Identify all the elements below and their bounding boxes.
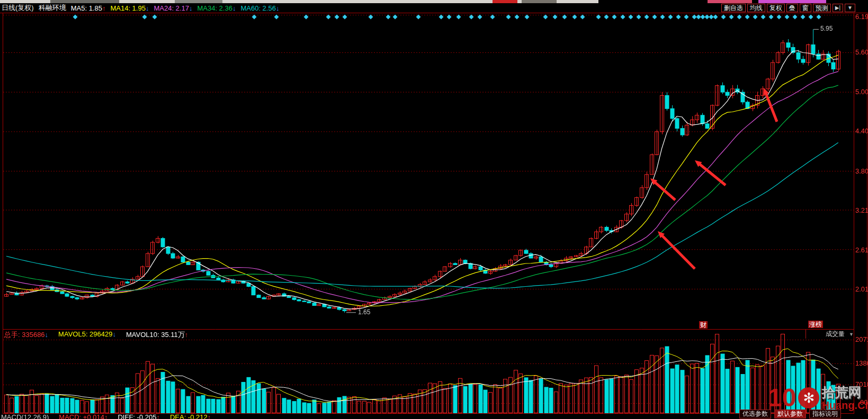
trend-arrow-glyph: ↓ — [189, 4, 193, 12]
trend-arrow-glyph: ↑ — [104, 413, 108, 419]
toolbar-button-删自选[interactable]: 删自选 — [721, 4, 746, 12]
cai-badge[interactable]: 财 — [699, 321, 708, 329]
stock-name[interactable]: 科融环境 — [39, 3, 66, 13]
trend-arrow-glyph: ↑ — [208, 413, 211, 419]
param-button[interactable]: 默认参数 — [774, 409, 806, 418]
gear-icon: ✻ — [798, 387, 819, 408]
price-axis-label: 5.60 — [855, 49, 868, 56]
ma-label: MA14: 1.95↓ — [110, 4, 149, 12]
volume-header-values: 总手: 335686↓MAVOL5: 296429↓MAVOL10: 35.11… — [4, 330, 193, 340]
next-period-icon[interactable]: ▶| — [833, 4, 843, 12]
price-axis-label: 3.21 — [855, 207, 868, 214]
parameter-buttons: 优选参数默认参数指标说明 — [739, 409, 841, 418]
param-button[interactable]: 优选参数 — [739, 409, 771, 418]
toolbar-button-叠[interactable]: 叠 — [786, 4, 798, 12]
volume-axis-label: 1386 — [855, 360, 868, 367]
price-axis-label: 3.80 — [855, 168, 868, 175]
period-label: 日线(复权) — [2, 3, 34, 13]
chevron-down-icon[interactable]: ▼ — [845, 4, 855, 12]
price-axis-label: 2.61 — [855, 247, 868, 253]
watermark-number: 10 — [768, 385, 796, 411]
watermark-domain: Huang.CN — [821, 400, 868, 411]
macd-value-label: DIFF: -0.205↑ — [118, 413, 159, 419]
ma-value-labels: MA5: 1.85↑MA14: 1.95↓MA24: 2.17↓MA34: 2.… — [71, 4, 284, 12]
trend-arrow-glyph: ↓ — [276, 4, 280, 12]
macd-value-label: DEA: -0.212↑ — [170, 413, 211, 419]
chart-header: 日线(复权) 科融环境 MA5: 1.85↑MA14: 1.95↓MA24: 2… — [0, 3, 868, 13]
toolbar-button-窗[interactable]: 窗 — [800, 4, 811, 12]
trend-arrow-glyph: ↓ — [113, 330, 117, 338]
toolbar-button-预测[interactable]: 预测 — [813, 4, 831, 12]
watermark: 10 ✻ 拾荒网 Huang.CN — [768, 385, 868, 411]
price-axis-label: 5.00 — [855, 88, 868, 95]
price-axis-label: 4.40 — [855, 127, 868, 134]
macd-value-label: MACD: +0.014↑ — [59, 413, 108, 419]
trend-arrow-glyph: ↓ — [146, 4, 149, 12]
header-button-group: 删自选均线复权叠窗预测 — [721, 4, 831, 12]
chevron-down-icon[interactable]: ▼ — [849, 332, 854, 337]
price-axis-label: 6.19 — [855, 13, 868, 20]
trend-arrow-glyph: ↓ — [45, 331, 49, 339]
price-axis-label: 2.01 — [855, 286, 868, 293]
header-info: 日线(复权) 科融环境 MA5: 1.85↑MA14: 1.95↓MA24: 2… — [0, 3, 284, 13]
high-price-callout: 5.95 — [820, 25, 833, 32]
volume-value-label: MAVOL5: 296429↓ — [58, 330, 116, 340]
trend-arrow-glyph: ↑ — [185, 331, 189, 339]
header-buttons: 删自选均线复权叠窗预测 ▶| ▼ — [721, 4, 855, 12]
volume-axis-label: 2071 — [855, 336, 868, 343]
toolbar-button-复权[interactable]: 复权 — [767, 4, 785, 12]
ma-label: MA5: 1.85↑ — [71, 4, 106, 12]
indicator-selector-label: 成交量 — [826, 330, 845, 339]
ma-label: MA24: 2.17↓ — [154, 4, 192, 12]
toolbar-button-均线[interactable]: 均线 — [747, 4, 765, 12]
zhangbang-badge[interactable]: 涨榜 — [808, 321, 823, 328]
volume-value-label: 总手: 335686↓ — [4, 330, 48, 340]
trend-arrow-glyph: ↓ — [232, 4, 236, 12]
macd-value-label: MACD(12,26,9) — [1, 413, 49, 419]
volume-value-label: MAVOL10: 35.11万↑ — [126, 330, 188, 340]
ma-label: MA34: 2.36↓ — [197, 4, 236, 12]
macd-header: MACD(12,26,9)MACD: +0.014↑DIFF: -0.205↑D… — [1, 413, 216, 419]
trend-arrow-glyph: ↑ — [156, 413, 160, 419]
indicator-selector[interactable]: 成交量 ▼ — [806, 330, 856, 339]
param-button[interactable]: 指标说明 — [809, 409, 841, 418]
trend-arrow-glyph: ↑ — [102, 4, 106, 12]
candlestick-volume-canvas — [0, 13, 868, 419]
low-price-callout: 1.65 — [358, 309, 370, 315]
stock-chart-app: 日线(复权) 科融环境 MA5: 1.85↑MA14: 1.95↓MA24: 2… — [0, 0, 868, 419]
ma-label: MA60: 2.56↓ — [240, 4, 279, 12]
watermark-site-name: 拾荒网 — [821, 386, 868, 399]
